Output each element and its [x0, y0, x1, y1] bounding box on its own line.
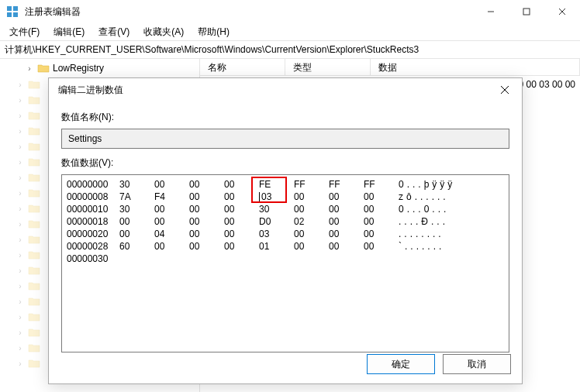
- hex-byte[interactable]: 00: [189, 178, 224, 191]
- expander-icon[interactable]: ›: [16, 189, 25, 198]
- hex-row[interactable]: 0000001030000000300000000...0...: [67, 203, 504, 215]
- hex-byte[interactable]: FF: [294, 178, 329, 191]
- tree-item-lowregistry[interactable]: › LowRegistry: [0, 60, 199, 76]
- expander-icon[interactable]: ›: [16, 174, 25, 182]
- menu-view[interactable]: 查看(V): [92, 24, 136, 40]
- hex-byte[interactable]: 00: [364, 240, 399, 253]
- hex-byte[interactable]: [259, 253, 294, 265]
- hex-byte[interactable]: 00: [329, 191, 364, 203]
- expander-icon[interactable]: ›: [16, 359, 25, 368]
- hex-byte[interactable]: 00: [294, 228, 329, 240]
- hex-byte[interactable]: 00: [189, 215, 224, 228]
- col-data[interactable]: 数据: [371, 59, 580, 75]
- hex-byte[interactable]: F4: [154, 191, 189, 203]
- maximize-button[interactable]: [509, 0, 544, 23]
- hex-byte[interactable]: 00: [119, 228, 154, 240]
- hex-row[interactable]: 000000087AF4000003000000zô......: [67, 191, 504, 203]
- hex-byte[interactable]: 00: [329, 215, 364, 228]
- col-type[interactable]: 类型: [285, 59, 371, 75]
- expander-icon[interactable]: ›: [16, 297, 25, 306]
- expander-icon[interactable]: ›: [25, 64, 34, 73]
- hex-row[interactable]: 0000000030000000FEFFFFFF0...þÿÿÿ: [67, 178, 504, 191]
- hex-byte[interactable]: 7A: [119, 191, 154, 203]
- hex-byte[interactable]: 01: [259, 240, 294, 253]
- expander-icon[interactable]: ›: [16, 143, 25, 151]
- minimize-button[interactable]: [473, 0, 509, 23]
- hex-byte[interactable]: 00: [189, 240, 224, 253]
- hex-row[interactable]: 0000001800000000D0020000....Ð...: [67, 215, 504, 228]
- expander-icon[interactable]: ›: [16, 112, 25, 120]
- menu-help[interactable]: 帮助(H): [192, 24, 236, 40]
- expander-icon[interactable]: ›: [16, 282, 25, 291]
- menu-file[interactable]: 文件(F): [3, 24, 46, 40]
- hex-byte[interactable]: 00: [154, 178, 189, 191]
- expander-icon[interactable]: ›: [16, 81, 25, 89]
- hex-byte[interactable]: 00: [189, 191, 224, 203]
- hex-byte[interactable]: [224, 253, 259, 265]
- expander-icon[interactable]: ›: [16, 328, 25, 337]
- hex-byte[interactable]: 00: [154, 215, 189, 228]
- hex-byte[interactable]: 30: [119, 178, 154, 191]
- hex-byte[interactable]: 00: [224, 228, 259, 240]
- address-bar[interactable]: 计算机\HKEY_CURRENT_USER\Software\Microsoft…: [0, 40, 580, 59]
- hex-row[interactable]: 00000030: [67, 253, 504, 265]
- hex-byte[interactable]: [294, 253, 329, 265]
- expander-icon[interactable]: ›: [16, 96, 25, 105]
- hex-byte[interactable]: 00: [189, 228, 224, 240]
- hex-byte[interactable]: 02: [294, 215, 329, 228]
- hex-byte[interactable]: 00: [224, 203, 259, 215]
- hex-byte[interactable]: 00: [119, 215, 154, 228]
- expander-icon[interactable]: ›: [16, 251, 25, 260]
- hex-byte[interactable]: 00: [364, 203, 399, 215]
- hex-byte[interactable]: 03: [259, 191, 294, 203]
- hex-byte[interactable]: [329, 253, 364, 265]
- expander-icon[interactable]: ›: [16, 220, 25, 229]
- expander-icon[interactable]: ›: [16, 313, 25, 322]
- hex-byte[interactable]: 30: [259, 203, 294, 215]
- col-name[interactable]: 名称: [200, 59, 285, 75]
- hex-byte[interactable]: FF: [364, 178, 399, 191]
- hex-byte[interactable]: 00: [294, 240, 329, 253]
- hex-byte[interactable]: 00: [294, 191, 329, 203]
- hex-byte[interactable]: [154, 253, 189, 265]
- menu-edit[interactable]: 编辑(E): [47, 24, 91, 40]
- expander-icon[interactable]: ›: [16, 236, 25, 244]
- expander-icon[interactable]: ›: [16, 158, 25, 167]
- hex-byte[interactable]: 00: [329, 203, 364, 215]
- hex-byte[interactable]: 60: [119, 240, 154, 253]
- dialog-titlebar[interactable]: 编辑二进制数值: [49, 78, 522, 101]
- hex-byte[interactable]: [189, 253, 224, 265]
- hex-row[interactable]: 000000200004000003000000........: [67, 228, 504, 240]
- hex-byte[interactable]: [364, 253, 399, 265]
- hex-byte[interactable]: 03: [259, 228, 294, 240]
- hex-byte[interactable]: 00: [364, 191, 399, 203]
- hex-byte[interactable]: D0: [259, 215, 294, 228]
- expander-icon[interactable]: ›: [16, 344, 25, 352]
- expander-icon[interactable]: ›: [16, 266, 25, 275]
- hex-editor[interactable]: 0000000030000000FEFFFFFF0...þÿÿÿ00000008…: [61, 174, 509, 352]
- hex-byte[interactable]: 00: [329, 228, 364, 240]
- hex-byte[interactable]: 04: [154, 228, 189, 240]
- hex-byte[interactable]: 00: [189, 203, 224, 215]
- hex-row[interactable]: 000000286000000001000000`.......: [67, 240, 504, 253]
- hex-byte[interactable]: 00: [224, 178, 259, 191]
- hex-byte[interactable]: 00: [294, 203, 329, 215]
- hex-byte[interactable]: [119, 253, 154, 265]
- cancel-button[interactable]: 取消: [443, 354, 511, 374]
- close-button[interactable]: [544, 0, 580, 23]
- ok-button[interactable]: 确定: [367, 354, 435, 374]
- hex-byte[interactable]: 00: [224, 215, 259, 228]
- hex-byte[interactable]: 00: [224, 240, 259, 253]
- menu-favorites[interactable]: 收藏夹(A): [137, 24, 190, 40]
- hex-byte[interactable]: 00: [154, 203, 189, 215]
- expander-icon[interactable]: ›: [16, 205, 25, 213]
- hex-byte[interactable]: FF: [329, 178, 364, 191]
- hex-byte[interactable]: FE: [259, 178, 294, 191]
- value-name-input[interactable]: [61, 129, 509, 149]
- hex-byte[interactable]: 00: [154, 240, 189, 253]
- hex-byte[interactable]: 30: [119, 203, 154, 215]
- hex-byte[interactable]: 00: [364, 228, 399, 240]
- expander-icon[interactable]: ›: [16, 127, 25, 136]
- hex-byte[interactable]: 00: [329, 240, 364, 253]
- dialog-close-button[interactable]: [494, 79, 516, 101]
